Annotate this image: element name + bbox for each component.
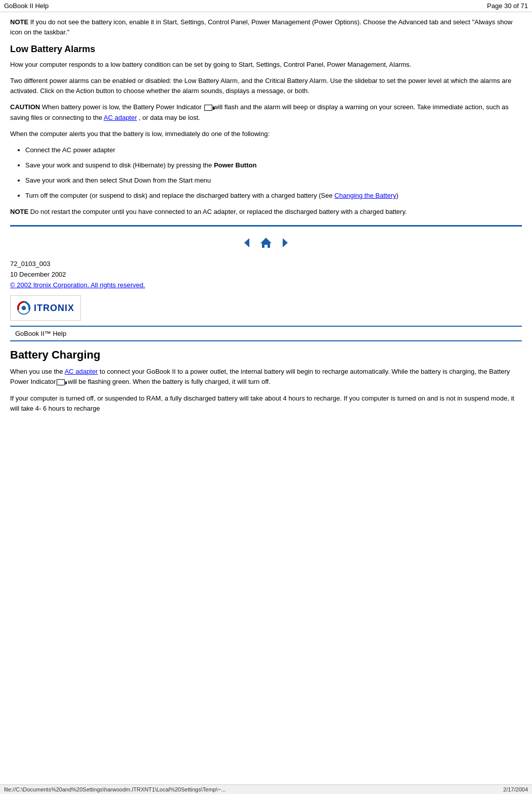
prev-icon	[240, 236, 253, 249]
svg-marker-0	[244, 238, 249, 247]
note-bottom-label: NOTE	[10, 208, 28, 215]
para1: How your computer responds to a low batt…	[10, 60, 522, 70]
note-bottom: NOTE Do not restart the computer until y…	[10, 207, 522, 217]
home-nav-button[interactable]	[258, 236, 274, 250]
next-nav-button[interactable]	[277, 236, 293, 250]
svg-marker-1	[260, 238, 272, 248]
list-item: Save your work and suspend to disk (Hibe…	[25, 160, 522, 170]
header-bar: GoBook II Help Page 30 of 71	[0, 0, 532, 12]
list-item: Turn off the computer (or suspend to dis…	[25, 191, 522, 201]
footer-meta: 72_0103_003 10 December 2002 © 2002 Itro…	[10, 259, 522, 290]
battery-indicator-icon-bc	[57, 379, 65, 385]
gobook-bar: GoBook II™ Help	[10, 326, 522, 341]
power-button-bold: Power Button	[214, 161, 257, 169]
para2: Two different power alarms can be enable…	[10, 76, 522, 96]
low-battery-alarms-title: Low Battery Alarms	[10, 44, 522, 55]
changing-battery-link[interactable]: Changing the Battery	[334, 192, 396, 199]
list-item: Save your work and then select Shut Down…	[25, 175, 522, 186]
battery-charging-para2: If your computer is turned off, or suspe…	[10, 393, 522, 414]
prev-nav-button[interactable]	[239, 236, 255, 250]
battery-icon	[204, 105, 212, 111]
header-title: GoBook II Help	[4, 2, 49, 10]
next-icon	[279, 236, 292, 249]
note-top: NOTE If you do not see the battery icon,…	[10, 17, 522, 37]
list-item: Connect the AC power adapter	[25, 145, 522, 155]
itronix-spinner-icon	[17, 300, 31, 316]
doc-date: 10 December 2002	[10, 270, 522, 280]
gobook-bar-text: GoBook II™ Help	[15, 330, 66, 337]
bullet-list: Connect the AC power adapter Save your w…	[25, 145, 522, 201]
caution-para: CAUTION When battery power is low, the B…	[10, 102, 522, 122]
caution-label: CAUTION	[10, 103, 40, 111]
caution-text3: , or data may be lost.	[137, 114, 200, 121]
nav-icons-row	[10, 236, 522, 250]
ac-adapter-link-bc[interactable]: AC adapter	[65, 368, 98, 375]
divider-blue	[10, 225, 522, 227]
para-alert: When the computer alerts you that the ba…	[10, 129, 522, 139]
header-page: Page 30 of 71	[487, 2, 528, 10]
itronix-logo-box: ITRONIX	[10, 295, 81, 321]
itronix-logo-text: ITRONIX	[34, 303, 74, 314]
svg-marker-2	[283, 238, 288, 247]
bc-para1-pre: When you use the	[10, 368, 65, 375]
bc-para1-post2: will be flashing green. When the battery…	[66, 378, 270, 385]
battery-charging-para1: When you use the AC adapter to connect y…	[10, 367, 522, 387]
note-top-text: If you do not see the battery icon, enab…	[10, 18, 512, 36]
svg-point-4	[22, 306, 26, 311]
note-top-label: NOTE	[10, 18, 28, 26]
doc-id: 72_0103_003	[10, 259, 522, 270]
ac-adapter-link-caution[interactable]: AC adapter	[104, 114, 137, 121]
caution-text: When battery power is low, the Battery P…	[40, 103, 203, 111]
copyright-link[interactable]: © 2002 Itronix Corporation. All rights r…	[10, 281, 145, 289]
battery-charging-title: Battery Charging	[10, 348, 522, 362]
home-icon	[259, 236, 273, 249]
content-area: NOTE If you do not see the battery icon,…	[0, 12, 532, 425]
note-bottom-text: Do not restart the computer until you ha…	[28, 208, 407, 215]
